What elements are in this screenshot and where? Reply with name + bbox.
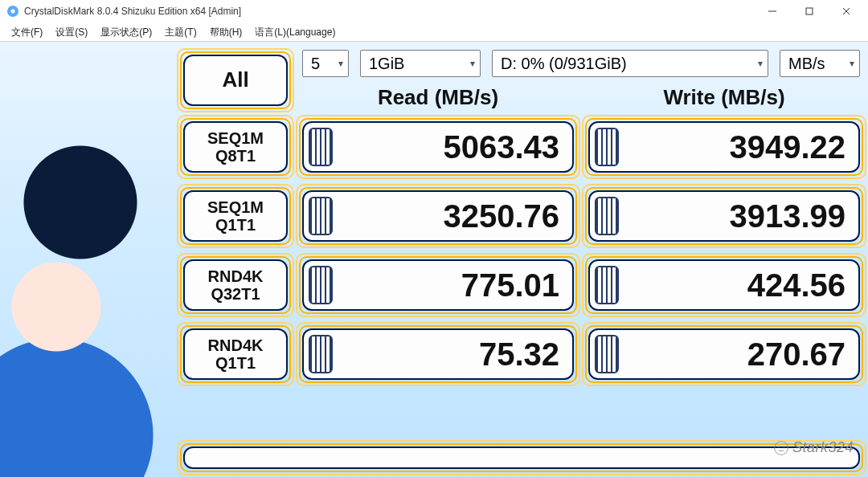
svg-rect-2: [806, 8, 813, 14]
test-size-value: 1GiB: [369, 55, 404, 73]
test-row: SEQ1MQ8T15063.433949.22: [183, 121, 860, 173]
write-column-header: Write (MB/s): [588, 85, 860, 110]
write-value-0: 3949.22: [588, 121, 860, 173]
gauge-icon: [309, 335, 333, 373]
test-name-line2: Q32T1: [211, 285, 260, 303]
menu-language[interactable]: 语言(L)(Language): [248, 22, 342, 42]
read-value-text: 775.01: [461, 267, 559, 304]
window-title: CrystalDiskMark 8.0.4 Shizuku Edition x6…: [24, 6, 241, 17]
read-value-1: 3250.76: [302, 190, 574, 242]
gauge-icon: [309, 128, 333, 166]
test-count-value: 5: [311, 55, 320, 73]
chevron-down-icon: ▾: [470, 58, 475, 69]
svg-point-3: [775, 441, 788, 455]
run-all-button[interactable]: All: [183, 55, 288, 106]
chevron-down-icon: ▾: [338, 58, 343, 69]
drive-value: D: 0% (0/931GiB): [501, 55, 627, 73]
write-value-text: 3913.99: [729, 198, 845, 234]
test-row: RND4KQ32T1775.01424.56: [183, 259, 860, 311]
gauge-icon: [595, 266, 619, 304]
read-column-header: Read (MB/s): [302, 85, 574, 110]
read-value-3: 75.32: [302, 328, 574, 380]
test-button-1[interactable]: SEQ1MQ1T1: [183, 190, 288, 242]
write-value-3: 270.67: [588, 328, 860, 380]
chevron-down-icon: ▾: [758, 58, 763, 69]
test-row: SEQ1MQ1T13250.763913.99: [183, 190, 860, 242]
svg-point-1: [11, 10, 15, 14]
test-name-line1: RND4K: [208, 267, 264, 285]
read-value-text: 75.32: [479, 336, 559, 373]
benchmark-panel: All 5 ▾ 1GiB ▾ D: 0% (0/931GiB) ▾: [183, 50, 860, 469]
gauge-icon: [595, 128, 619, 166]
read-value-text: 3250.76: [443, 198, 559, 234]
read-value-2: 775.01: [302, 259, 574, 311]
test-button-0[interactable]: SEQ1MQ8T1: [183, 121, 288, 173]
unit-select[interactable]: MB/s ▾: [780, 50, 860, 77]
write-value-text: 424.56: [747, 267, 845, 304]
test-name-line1: SEQ1M: [207, 129, 264, 147]
watermark: Stark324: [773, 439, 854, 456]
status-text: [183, 446, 860, 469]
test-name-line2: Q1T1: [215, 354, 256, 372]
svg-point-5: [783, 446, 784, 447]
client-area: All 5 ▾ 1GiB ▾ D: 0% (0/931GiB) ▾: [0, 42, 868, 477]
minimize-button[interactable]: [754, 0, 791, 22]
read-value-0: 5063.43: [302, 121, 574, 173]
watermark-text: Stark324: [792, 439, 854, 456]
test-name-line2: Q1T1: [215, 216, 256, 234]
write-value-1: 3913.99: [588, 190, 860, 242]
gauge-icon: [595, 197, 619, 235]
gauge-icon: [595, 335, 619, 373]
test-name-line1: SEQ1M: [207, 198, 264, 216]
menu-display[interactable]: 显示状态(P): [94, 22, 158, 42]
test-button-2[interactable]: RND4KQ32T1: [183, 259, 288, 311]
app-icon: [6, 5, 19, 18]
gauge-icon: [309, 266, 333, 304]
test-count-select[interactable]: 5 ▾: [302, 50, 349, 77]
menubar: 文件(F) 设置(S) 显示状态(P) 主题(T) 帮助(H) 语言(L)(La…: [0, 22, 868, 42]
menu-file[interactable]: 文件(F): [5, 22, 49, 42]
titlebar: CrystalDiskMark 8.0.4 Shizuku Edition x6…: [0, 0, 868, 22]
menu-settings[interactable]: 设置(S): [49, 22, 94, 42]
chevron-down-icon: ▾: [850, 58, 854, 69]
gauge-icon: [309, 197, 333, 235]
write-value-text: 270.67: [747, 336, 845, 373]
menu-theme[interactable]: 主题(T): [158, 22, 203, 42]
menu-help[interactable]: 帮助(H): [203, 22, 249, 42]
select-row: 5 ▾ 1GiB ▾ D: 0% (0/931GiB) ▾ MB/s ▾: [302, 50, 860, 77]
header-row: All 5 ▾ 1GiB ▾ D: 0% (0/931GiB) ▾: [183, 50, 860, 110]
svg-point-4: [778, 446, 780, 447]
test-button-3[interactable]: RND4KQ1T1: [183, 328, 288, 380]
test-row: RND4KQ1T175.32270.67: [183, 328, 860, 380]
status-bar: [183, 446, 860, 469]
test-name-line1: RND4K: [208, 336, 264, 354]
maximize-button[interactable]: [791, 0, 828, 22]
unit-value: MB/s: [788, 55, 825, 73]
close-button[interactable]: [828, 0, 865, 22]
test-rows: SEQ1MQ8T15063.433949.22SEQ1MQ1T13250.763…: [183, 121, 860, 380]
write-value-text: 3949.22: [729, 129, 845, 165]
test-size-select[interactable]: 1GiB ▾: [360, 50, 481, 77]
write-value-2: 424.56: [588, 259, 860, 311]
run-all-label: All: [222, 67, 248, 92]
test-name-line2: Q8T1: [215, 147, 256, 165]
drive-select[interactable]: D: 0% (0/931GiB) ▾: [492, 50, 768, 77]
read-value-text: 5063.43: [443, 129, 559, 165]
